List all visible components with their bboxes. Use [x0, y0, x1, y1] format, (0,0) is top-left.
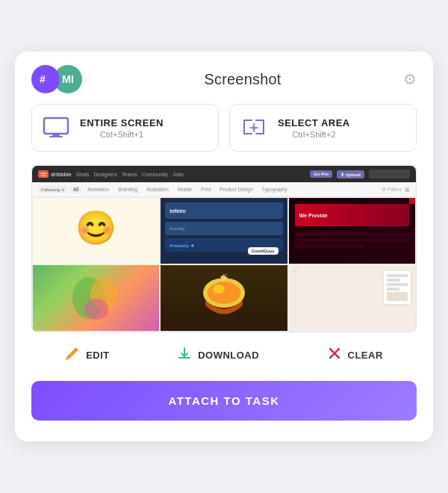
- preview-cell-2: infinto Branding Primenty ★ GoodGuys: [160, 197, 287, 264]
- preview-cell-3: We Provide: [288, 197, 416, 264]
- entire-screen-shortcut: Ctrl+Shift+1: [80, 130, 164, 139]
- corner-accent: [409, 198, 415, 204]
- entire-screen-text: ENTIRE SCREEN Ctrl+Shift+1: [80, 117, 164, 139]
- gear-icon[interactable]: ⚙: [403, 70, 417, 88]
- preview-cell-6: |||: [288, 264, 416, 332]
- download-icon: [177, 346, 192, 365]
- edit-button[interactable]: EDIT: [57, 343, 117, 368]
- svg-point-18: [84, 299, 108, 320]
- svg-rect-3: [49, 136, 63, 137]
- preview-cell-5: 🍜: [160, 264, 287, 332]
- browser-right-controls: Go Pro ⬆ Upload: [310, 170, 410, 179]
- upload-btn: ⬆ Upload: [337, 170, 364, 179]
- edit-label: EDIT: [86, 350, 110, 361]
- clear-button[interactable]: CLEAR: [320, 343, 391, 368]
- filter-bar: Following ∨ All Animation Branding Illus…: [32, 182, 416, 197]
- main-card: # MI Screenshot ⚙ ENTIRE SCREEN Ctrl+Shi…: [15, 52, 433, 441]
- action-bar: EDIT DOWNLOAD CLEAR: [15, 332, 433, 372]
- filter-icon: ⚙ Filters: [382, 187, 402, 193]
- light-card-mockup: [384, 271, 411, 304]
- edit-icon: [65, 346, 80, 365]
- select-area-icon: [240, 117, 267, 139]
- svg-rect-2: [52, 134, 60, 136]
- avatar-main: #: [31, 65, 60, 93]
- download-label: DOWNLOAD: [198, 350, 259, 361]
- emoji-icon: 😊: [75, 211, 116, 244]
- go-pro-btn: Go Pro: [310, 170, 332, 178]
- avatars: # MI: [31, 65, 82, 93]
- svg-point-21: [213, 285, 225, 294]
- select-area-button[interactable]: SELECT AREA Ctrl+Shift+2: [229, 104, 417, 152]
- select-area-label: SELECT AREA: [278, 117, 350, 128]
- svg-text:#: #: [40, 73, 46, 85]
- browser-nav-bar: dribbble Shots Designers Teams Community…: [32, 166, 416, 182]
- browser-search-bar: [369, 170, 410, 179]
- svg-rect-1: [44, 118, 68, 134]
- monitor-icon: [43, 117, 69, 139]
- preview-grid: 😊 infinto Branding Primenty ★ GoodGuys: [32, 197, 416, 332]
- preview-cell-4: ✕: [32, 264, 160, 332]
- entire-screen-button[interactable]: ENTIRE SCREEN Ctrl+Shift+1: [31, 104, 219, 152]
- preview-cell-1: 😊: [32, 197, 160, 264]
- grid-icon: ▦: [405, 187, 410, 193]
- clear-icon: [327, 346, 342, 365]
- select-area-shortcut: Ctrl+Shift+2: [278, 130, 350, 139]
- following-button: Following ∨: [38, 186, 67, 193]
- browser-nav-items: Shots Designers Teams Community Jobs: [76, 172, 184, 177]
- capture-options: ENTIRE SCREEN Ctrl+Shift+1: [15, 104, 433, 165]
- download-button[interactable]: DOWNLOAD: [169, 343, 267, 368]
- attach-to-task-button[interactable]: ATTACH TO TASK: [31, 381, 417, 421]
- clear-label: CLEAR: [348, 350, 383, 361]
- dribbble-logo: dribbble: [38, 170, 72, 178]
- close-small-icon: ✕: [36, 320, 42, 328]
- svg-point-20: [208, 282, 240, 304]
- page-title: Screenshot: [204, 71, 281, 88]
- svg-rect-11: [263, 127, 264, 134]
- select-area-text: SELECT AREA Ctrl+Shift+2: [278, 117, 350, 139]
- entire-screen-label: ENTIRE SCREEN: [80, 117, 164, 128]
- goodguys-label: GoodGuys: [248, 247, 279, 255]
- header: # MI Screenshot ⚙: [15, 52, 433, 104]
- svg-rect-9: [243, 127, 245, 134]
- browser-preview: dribbble Shots Designers Teams Community…: [31, 165, 417, 332]
